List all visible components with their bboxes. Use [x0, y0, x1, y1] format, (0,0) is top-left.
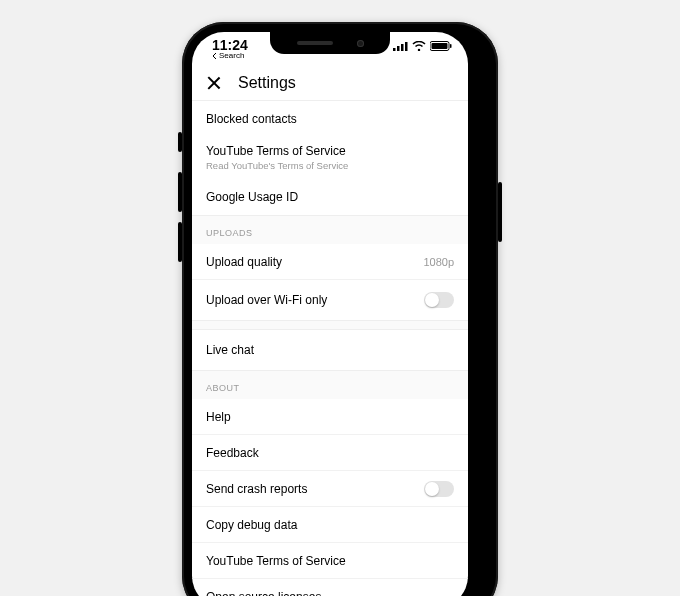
speaker [297, 41, 333, 45]
volume-up-button [178, 172, 182, 212]
power-button [498, 182, 502, 242]
row-upload-quality[interactable]: Upload quality 1080p [192, 244, 468, 280]
row-send-crash-reports[interactable]: Send crash reports [192, 471, 468, 507]
cellular-signal-icon [393, 41, 408, 51]
row-live-chat[interactable]: Live chat [192, 330, 468, 370]
svg-rect-2 [401, 44, 404, 51]
settings-list: Blocked contacts YouTube Terms of Servic… [192, 101, 468, 596]
row-blocked-contacts[interactable]: Blocked contacts [192, 101, 468, 137]
close-icon[interactable] [206, 75, 222, 91]
svg-rect-5 [432, 43, 448, 49]
battery-icon [430, 41, 452, 51]
svg-rect-0 [393, 48, 396, 51]
row-open-source-licenses[interactable]: Open source licenses [192, 579, 468, 596]
back-caret-icon [212, 53, 218, 59]
row-copy-debug-data[interactable]: Copy debug data [192, 507, 468, 543]
volume-down-button [178, 222, 182, 262]
page-header: Settings [192, 68, 468, 101]
toggle-wifi-only[interactable] [424, 292, 454, 308]
row-youtube-tos-subtitle: Read YouTube's Terms of Service [192, 160, 468, 179]
front-camera [357, 40, 364, 47]
svg-rect-3 [405, 42, 408, 51]
section-header-about: ABOUT [192, 370, 468, 399]
toggle-crash-reports[interactable] [424, 481, 454, 497]
row-help[interactable]: Help [192, 399, 468, 435]
screen: 11:24 Search Settings Blocked contacts [192, 32, 468, 596]
section-spacer [192, 320, 468, 330]
breadcrumb-back[interactable]: Search [212, 52, 248, 60]
notch [270, 32, 390, 54]
wifi-icon [412, 41, 426, 51]
svg-rect-1 [397, 46, 400, 51]
section-header-uploads: UPLOADS [192, 215, 468, 244]
upload-quality-value: 1080p [423, 256, 454, 268]
page-title: Settings [238, 74, 296, 92]
phone-frame: 11:24 Search Settings Blocked contacts [182, 22, 498, 596]
row-google-usage-id[interactable]: Google Usage ID [192, 179, 468, 215]
status-time: 11:24 [212, 38, 248, 52]
row-feedback[interactable]: Feedback [192, 435, 468, 471]
mute-switch [178, 132, 182, 152]
row-upload-wifi-only[interactable]: Upload over Wi-Fi only [192, 280, 468, 320]
row-youtube-tos-2[interactable]: YouTube Terms of Service [192, 543, 468, 579]
svg-rect-6 [450, 44, 452, 48]
